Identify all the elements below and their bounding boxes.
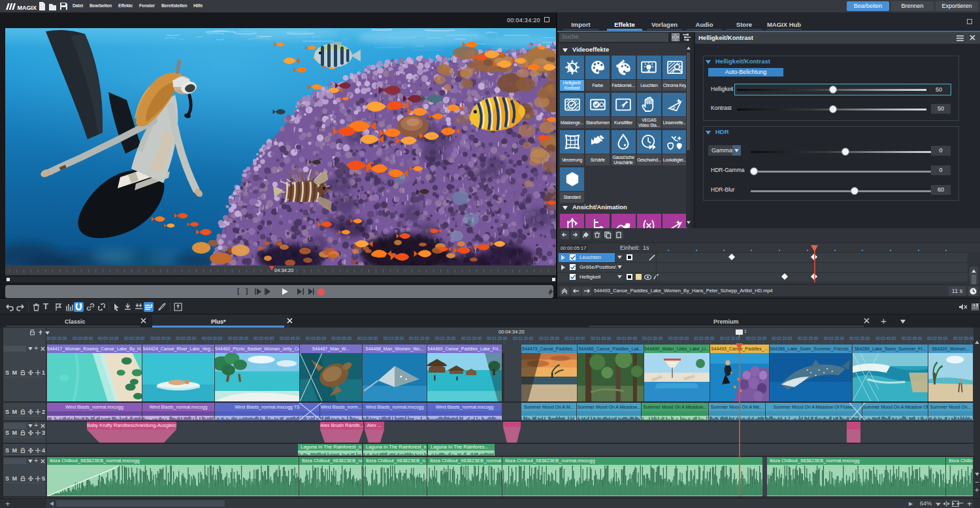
svg-text:MAGIX: MAGIX: [18, 5, 37, 11]
